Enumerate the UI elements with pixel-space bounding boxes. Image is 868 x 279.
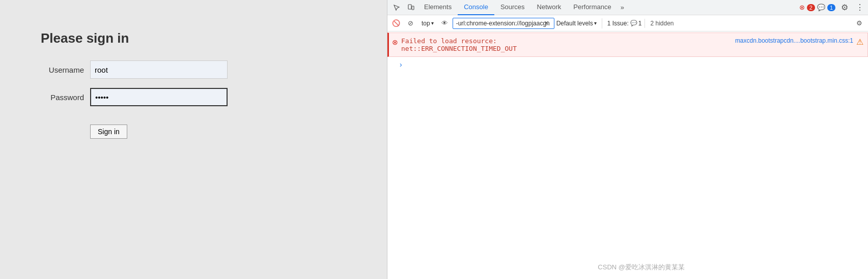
devtools-tabbar: Elements Console Sources Network Perform… [387,0,868,15]
username-input[interactable] [90,60,228,79]
signin-button[interactable]: Sign in [90,125,127,139]
levels-arrow: ▾ [594,20,597,26]
settings-button[interactable]: ⚙ [837,1,852,15]
console-toolbar: 🚫 ⊘ top ▾ 👁 ✕ Default levels ▾ 1 Issue: … [387,15,868,32]
devtools-panel: Elements Console Sources Network Perform… [387,0,868,279]
toolbar-separator-2 [602,18,602,28]
error-main-text: Failed to load resource: [401,37,735,45]
eye-button[interactable]: 👁 [438,17,452,30]
password-label: Password [41,93,84,102]
clear-console-button[interactable]: 🚫 [389,17,403,30]
error-message: Failed to load resource: net::ERR_CONNEC… [401,37,735,52]
svg-rect-0 [408,5,411,9]
error-source-link[interactable]: maxcdn.bootstrapcdn....bootstrap.min.css… [735,37,853,44]
tab-network[interactable]: Network [531,0,568,15]
filter-button[interactable]: ⊘ [404,17,417,30]
login-panel: Please sign in Username Password Sign in [0,0,387,279]
error-badge: 2 [807,4,815,11]
signin-btn-row: Sign in [41,115,346,139]
issue-icon: 💬 [630,20,637,26]
error-entry: ⊗ Failed to load resource: net::ERR_CONN… [387,33,868,57]
hidden-count: 2 hidden [648,19,676,28]
username-row: Username [41,60,346,79]
error-icon-small: ⊗ [799,4,805,11]
tab-elements[interactable]: Elements [418,0,458,15]
expand-arrow[interactable]: › [400,60,402,69]
password-input[interactable] [90,88,228,106]
console-settings: ⚙ [853,17,866,30]
filter-input[interactable] [453,18,554,29]
message-badge: 1 [827,4,835,11]
filter-close-button[interactable]: ✕ [544,20,549,26]
device-toggle-icon[interactable] [404,1,418,15]
password-row: Password [41,88,346,106]
watermark: CSDN @爱吃冰淇淋的黄某某 [598,263,685,272]
expand-row: › [387,58,868,71]
more-options-button[interactable]: ⋮ [854,1,866,15]
tab-console[interactable]: Console [458,0,494,15]
warning-icon: ⚠ [856,37,863,47]
console-content: ⊗ Failed to load resource: net::ERR_CONN… [387,32,868,279]
issue-badge: 1 Issue: 💬 1 [604,19,646,28]
filter-container: ✕ [453,18,549,29]
message-icon: 💬 [817,4,825,11]
svg-rect-1 [412,6,414,10]
cursor-icon[interactable] [389,1,404,15]
context-dropdown[interactable]: top ▾ [418,18,437,28]
error-circle-icon: ⊗ [392,38,398,46]
username-label: Username [41,66,84,74]
top-dropdown-arrow: ▾ [431,20,434,26]
page-title: Please sign in [41,30,346,46]
tab-performance[interactable]: Performance [567,0,617,15]
more-tabs-button[interactable]: » [618,4,627,11]
console-settings-button[interactable]: ⚙ [853,17,866,30]
error-sub-text: net::ERR_CONNECTION_TIMED_OUT [401,45,735,52]
default-levels-dropdown[interactable]: Default levels ▾ [553,19,600,28]
tab-sources[interactable]: Sources [494,0,531,15]
